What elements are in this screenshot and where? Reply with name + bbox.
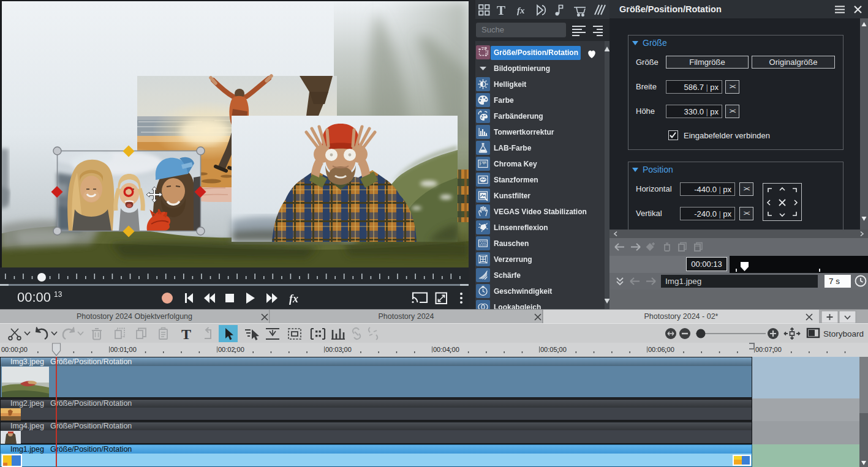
svg-text:00:04:00: 00:04:00 <box>433 346 459 353</box>
svg-text:fx: fx <box>289 293 298 305</box>
svg-text:T: T <box>497 3 505 18</box>
svg-text:00:05:00: 00:05:00 <box>540 346 567 353</box>
svg-text:T: T <box>181 326 191 342</box>
svg-text:00:01:00: 00:01:00 <box>110 346 137 353</box>
svg-text:00:00:00: 00:00:00 <box>1 346 28 353</box>
svg-text:Storyboard: Storyboard <box>823 329 864 338</box>
svg-text:00:02:00: 00:02:00 <box>218 346 244 353</box>
svg-text:fx: fx <box>517 6 525 15</box>
svg-text:00:06:00: 00:06:00 <box>648 346 674 353</box>
svg-text:00:07:00: 00:07:00 <box>755 346 782 353</box>
svg-text:00:03:00: 00:03:00 <box>325 346 352 353</box>
